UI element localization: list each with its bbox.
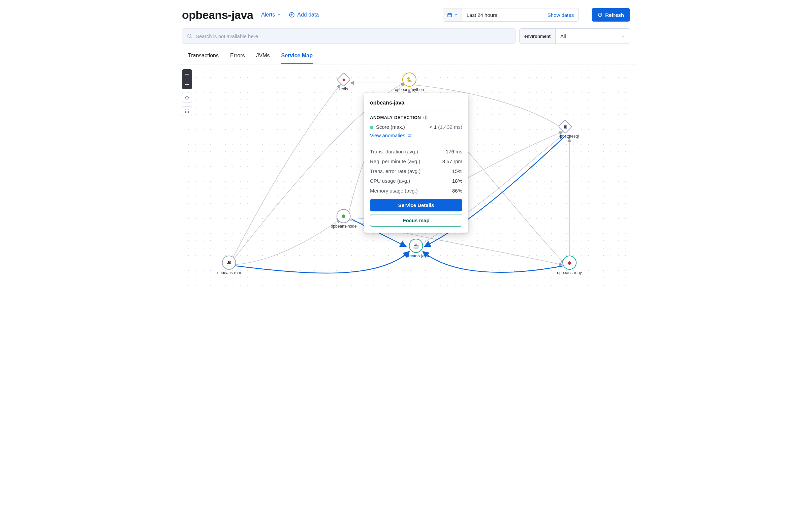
tab-errors[interactable]: Errors	[230, 53, 245, 64]
java-icon: ☕	[410, 240, 422, 252]
search-input-disabled: Search is not available here	[182, 28, 516, 44]
chevron-down-icon	[621, 34, 625, 38]
svg-point-7	[185, 111, 186, 112]
add-data-label: Add data	[297, 12, 319, 18]
svg-point-10	[185, 112, 186, 113]
refresh-label: Refresh	[605, 12, 624, 18]
popout-icon	[407, 134, 411, 137]
grip-icon	[185, 109, 189, 113]
tab-transactions[interactable]: Transactions	[188, 53, 219, 64]
node-label: opbeans-java	[403, 253, 429, 258]
alerts-dropdown[interactable]: Alerts	[261, 12, 281, 18]
date-picker[interactable]: Last 24 hours Show dates	[443, 8, 579, 22]
refresh-icon	[598, 13, 603, 17]
svg-point-5	[187, 110, 187, 110]
js-icon: JS	[223, 257, 235, 268]
minus-icon	[185, 83, 189, 86]
stat-row: Trans. duration (avg.)176 ms	[370, 147, 462, 156]
calendar-button[interactable]	[443, 9, 462, 21]
tab-bar: Transactions Errors JVMs Service Map	[175, 44, 637, 65]
stat-row: CPU usage (avg.)18%	[370, 176, 462, 186]
svg-rect-1	[448, 13, 451, 16]
svg-point-6	[188, 110, 189, 110]
service-map-canvas[interactable]: ◆ redis 🐍 opbeans-python ▣ postgresql ⬢ …	[175, 65, 637, 290]
node-label: redis	[338, 87, 349, 92]
svg-point-9	[188, 111, 189, 112]
tab-jvms[interactable]: JVMs	[257, 53, 270, 64]
zoom-in-button[interactable]	[182, 69, 192, 79]
service-popover: opbeans-java ANOMALY DETECTION Score (ma…	[364, 93, 468, 233]
alerts-label: Alerts	[261, 12, 275, 18]
tab-service-map[interactable]: Service Map	[281, 53, 313, 64]
info-icon[interactable]	[423, 115, 427, 120]
service-node-opbeans-python[interactable]: 🐍 opbeans-python	[395, 74, 424, 92]
stat-row: Trans. error rate (avg.)15%	[370, 166, 462, 176]
node-label: opbeans-node	[331, 224, 357, 228]
ruby-icon: ◆	[564, 257, 575, 268]
date-range-label: Last 24 hours	[462, 9, 543, 21]
center-map-button[interactable]	[182, 93, 192, 103]
environment-label: environment	[520, 29, 555, 43]
service-node-opbeans-java[interactable]: ☕ opbeans-java	[403, 240, 429, 258]
node-label: opbeans-python	[395, 87, 424, 92]
postgres-icon: ▣	[558, 120, 572, 134]
chevron-down-icon	[277, 13, 281, 17]
environment-select[interactable]: All	[555, 29, 630, 43]
svg-point-12	[188, 112, 189, 113]
plus-icon	[185, 72, 189, 76]
anomaly-section-title: ANOMALY DETECTION	[370, 111, 462, 123]
page-title: opbeans-java	[182, 9, 253, 22]
svg-point-8	[187, 111, 187, 112]
stat-row: Memory usage (avg.)86%	[370, 186, 462, 196]
node-label: opbeans-ruby	[557, 270, 582, 275]
show-dates-button[interactable]: Show dates	[543, 9, 579, 21]
view-anomalies-link[interactable]: View anomalies	[370, 132, 411, 142]
node-label: opbeans-rum	[217, 270, 241, 275]
service-details-button[interactable]: Service Details	[370, 199, 462, 211]
python-icon: 🐍	[404, 74, 415, 85]
service-node-opbeans-rum[interactable]: JS opbeans-rum	[217, 257, 241, 275]
score-value: < 1 (1,432 ms)	[430, 124, 462, 130]
service-node-redis[interactable]: ◆ redis	[338, 74, 349, 92]
svg-point-11	[187, 112, 187, 113]
service-node-postgresql[interactable]: ▣ postgresql	[560, 122, 579, 139]
popover-title: opbeans-java	[370, 100, 462, 111]
health-dot-icon	[370, 126, 373, 129]
drag-handle-button[interactable]	[182, 106, 192, 116]
stat-row: Req. per minute (avg.)3.57 rpm	[370, 156, 462, 166]
service-node-opbeans-node[interactable]: ⬢ opbeans-node	[331, 210, 357, 228]
redis-icon: ◆	[337, 72, 351, 87]
service-node-opbeans-ruby[interactable]: ◆ opbeans-ruby	[557, 257, 582, 275]
chevron-down-icon	[454, 13, 458, 16]
search-icon	[187, 33, 192, 39]
add-data-button[interactable]: Add data	[289, 12, 319, 18]
zoom-out-button[interactable]	[182, 79, 192, 89]
svg-point-2	[188, 34, 191, 38]
environment-value: All	[560, 33, 566, 39]
search-placeholder: Search is not available here	[196, 33, 258, 39]
calendar-icon	[447, 13, 452, 17]
node-icon: ⬢	[338, 210, 349, 222]
svg-point-4	[185, 110, 186, 110]
refresh-button[interactable]: Refresh	[592, 8, 630, 22]
plus-circle-icon	[289, 12, 294, 17]
focus-map-button[interactable]: Focus map	[370, 214, 462, 226]
score-label: Score (max.)	[370, 124, 405, 130]
node-label: postgresql	[560, 134, 579, 139]
svg-point-3	[186, 96, 189, 99]
crosshair-icon	[185, 95, 189, 100]
